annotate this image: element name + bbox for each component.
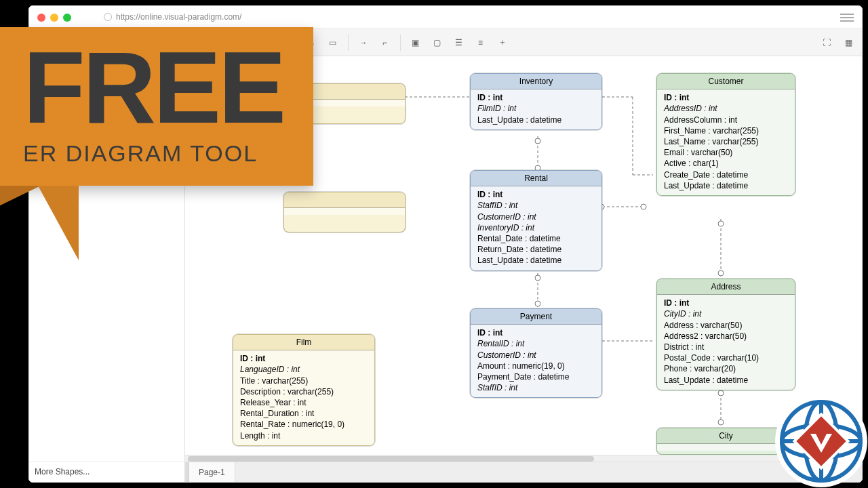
connector-icon[interactable]: → xyxy=(354,33,373,52)
entity-attr: Return_Date : datetime xyxy=(477,244,595,255)
entity-attr: Create_Date : datetime xyxy=(664,169,788,180)
entity-attr: ID : int xyxy=(477,327,595,338)
entity-title: Address xyxy=(657,279,795,295)
entity-attr: Rental_Duration : int xyxy=(240,408,368,419)
entity-attr: Address2 : varchar(50) xyxy=(664,331,788,342)
entity-body: ID : intRentalID : intCustomerID : intAm… xyxy=(471,325,601,397)
svg-point-29 xyxy=(718,420,724,425)
svg-point-23 xyxy=(535,301,540,306)
page-tab-1[interactable]: Page-1 xyxy=(189,462,235,482)
align-icon[interactable]: ☰ xyxy=(450,33,469,52)
maximize-window-icon[interactable] xyxy=(63,14,71,22)
shadow-icon[interactable]: ▭ xyxy=(323,33,342,52)
fullscreen-icon[interactable]: ⛶ xyxy=(817,33,836,52)
entity-attr: CustomerID : int xyxy=(477,350,595,361)
entity-attr: AddressID : int xyxy=(664,103,788,114)
entity-attr: Rental_Rate : numeric(19, 0) xyxy=(240,419,368,430)
entity-attr: First_Name : varchar(255) xyxy=(664,125,788,136)
hamburger-menu-icon[interactable] xyxy=(840,14,854,22)
entity-attr: StaffID : int xyxy=(477,200,595,211)
entity-attr: ID : int xyxy=(664,298,788,308)
entity-customer[interactable]: Customer ID : intAddressID : intAddressC… xyxy=(656,73,795,196)
banner-headline: FREE xyxy=(23,42,283,134)
entity-payment[interactable]: Payment ID : intRentalID : intCustomerID… xyxy=(470,308,602,398)
entity-attr: ID : int xyxy=(240,353,368,364)
svg-point-26 xyxy=(718,221,724,226)
entity-attr: ID : int xyxy=(477,189,595,200)
entity-attr: ID : int xyxy=(477,92,595,103)
entity-attr: Last_Update : datetime xyxy=(477,255,595,266)
horizontal-scrollbar[interactable] xyxy=(185,455,862,462)
entity-attr: FilmID : int xyxy=(477,103,595,114)
entity-attr: Rental_Date : datetime xyxy=(477,233,595,244)
entity-attr: ID : int xyxy=(664,92,788,103)
scroll-thumb[interactable] xyxy=(188,456,594,462)
entity-attr: Phone : varchar(20) xyxy=(664,363,788,374)
entity-attr: Release_Year : int xyxy=(240,397,368,408)
entity-title: Inventory xyxy=(471,74,601,89)
entity-title: Film xyxy=(233,335,374,350)
entity-inventory[interactable]: Inventory ID : intFilmID : intLast_Updat… xyxy=(470,73,602,130)
entity-body: ID : intStaffID : intCustomerID : intInv… xyxy=(471,186,601,270)
entity-attr: Description : varchar(255) xyxy=(240,386,368,397)
entity-attr: LanguageID : int xyxy=(240,364,368,375)
entity-attr: StaffID : int xyxy=(477,382,595,393)
entity-film[interactable]: Film ID : intLanguageID : intTitle : var… xyxy=(233,334,375,446)
reload-icon[interactable] xyxy=(104,13,112,21)
entity-body: ID : intAddressID : intAddressColumn : i… xyxy=(657,89,795,195)
distribute-icon[interactable]: ≡ xyxy=(471,33,490,52)
address-bar[interactable]: https://online.visual-paradigm.com/ xyxy=(77,11,835,24)
page-tab-label: Page-1 xyxy=(199,468,225,477)
entity-body: ID : intFilmID : intLast_Update : dateti… xyxy=(471,89,601,129)
waypoint-icon[interactable]: ⌐ xyxy=(376,33,395,52)
entity-attr: Active : char(1) xyxy=(664,158,788,169)
entity-hidden-2[interactable] xyxy=(283,192,406,232)
entity-attr: InventoryID : int xyxy=(477,222,595,233)
svg-point-20 xyxy=(535,138,540,144)
entity-attr: Amount : numeric(19, 0) xyxy=(477,361,595,371)
to-back-icon[interactable]: ▢ xyxy=(428,33,447,52)
entity-attr: CityID : int xyxy=(664,308,788,319)
entity-attr: Last_Name : varchar(255) xyxy=(664,136,788,147)
entity-attr: Payment_Date : datetime xyxy=(477,371,595,382)
traffic-lights xyxy=(37,14,71,22)
browser-chrome: https://online.visual-paradigm.com/ xyxy=(29,6,862,29)
entity-attr: Length : int xyxy=(240,430,368,441)
close-window-icon[interactable] xyxy=(37,14,45,22)
promo-banner: FREE ER DIAGRAM TOOL xyxy=(0,27,313,186)
entity-attr: Last_Update : datetime xyxy=(477,115,595,125)
vp-logo-icon xyxy=(770,390,868,488)
entity-attr: CustomerID : int xyxy=(477,211,595,222)
entity-attr: District : int xyxy=(664,342,788,352)
entity-address[interactable]: Address ID : intCityID : intAddress : va… xyxy=(656,279,795,390)
entity-title: Payment xyxy=(471,309,601,325)
to-front-icon[interactable]: ▣ xyxy=(406,33,425,52)
entity-attr: Title : varchar(255) xyxy=(240,375,368,386)
svg-point-28 xyxy=(718,390,724,396)
entity-title: Customer xyxy=(657,74,795,89)
entity-body: ID : intLanguageID : intTitle : varchar(… xyxy=(233,350,374,445)
entity-attr: Last_Update : datetime xyxy=(664,180,788,191)
entity-attr: Address : varchar(50) xyxy=(664,320,788,331)
more-shapes-link[interactable]: More Shapes... xyxy=(29,461,184,482)
entity-attr: RentalID : int xyxy=(477,338,595,349)
entity-attr: Postal_Code : varchar(10) xyxy=(664,352,788,363)
entity-title: Rental xyxy=(471,171,601,186)
minimize-window-icon[interactable] xyxy=(50,14,58,22)
entity-body: ID : intCityID : intAddress : varchar(50… xyxy=(657,295,795,390)
format-panel-icon[interactable]: ▦ xyxy=(839,33,858,52)
entity-rental[interactable]: Rental ID : intStaffID : intCustomerID :… xyxy=(470,170,602,271)
svg-point-22 xyxy=(535,275,540,281)
entity-attr: Email : varchar(50) xyxy=(664,147,788,158)
svg-point-25 xyxy=(641,204,646,209)
entity-attr: AddressColumn : int xyxy=(664,115,788,125)
insert-icon[interactable]: ＋ xyxy=(493,33,512,52)
page-tabs: Page-1 xyxy=(185,462,862,482)
url-text: https://online.visual-paradigm.com/ xyxy=(116,12,241,22)
banner-subline: ER DIAGRAM TOOL xyxy=(23,140,283,167)
svg-point-27 xyxy=(718,270,724,276)
entity-attr: Last_Update : datetime xyxy=(664,375,788,386)
